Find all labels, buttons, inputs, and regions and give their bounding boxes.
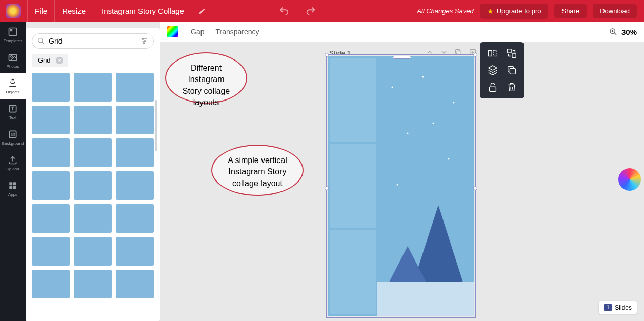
- gap-control[interactable]: Gap: [191, 28, 204, 36]
- copy-icon[interactable]: [502, 62, 521, 79]
- duplicate-slide-icon[interactable]: [454, 48, 462, 56]
- app-logo[interactable]: [6, 4, 21, 18]
- grid-layout-item[interactable]: [74, 270, 112, 298]
- rotate-handle[interactable]: [393, 56, 411, 59]
- zoom-icon[interactable]: [609, 28, 617, 36]
- svg-rect-1: [10, 29, 12, 31]
- svg-text:BG: BG: [11, 133, 16, 136]
- context-toolbar: [480, 42, 524, 98]
- move-down-icon[interactable]: [440, 48, 448, 56]
- star-icon: ★: [487, 7, 494, 15]
- svg-point-23: [422, 76, 424, 78]
- slide-canvas[interactable]: [328, 56, 474, 316]
- grid-layout-item[interactable]: [116, 270, 154, 298]
- rail-photos[interactable]: Photos: [0, 48, 26, 73]
- canvas-illustration: [377, 56, 474, 316]
- svg-point-13: [144, 41, 146, 42]
- svg-rect-16: [457, 51, 461, 55]
- svg-rect-8: [13, 182, 16, 185]
- layout-grid: [32, 73, 154, 298]
- rail-text[interactable]: Text: [0, 99, 26, 125]
- resize-menu[interactable]: Resize: [55, 0, 93, 22]
- rail-upload[interactable]: Upload: [0, 150, 26, 176]
- grid-layout-item[interactable]: [74, 138, 112, 167]
- collage-cell[interactable]: [330, 144, 376, 228]
- svg-rect-32: [512, 54, 515, 57]
- grid-layout-item[interactable]: [32, 204, 70, 233]
- grid-layout-item[interactable]: [32, 106, 70, 134]
- grid-layout-item[interactable]: [116, 106, 154, 134]
- rail-background[interactable]: BGBackground: [0, 125, 26, 150]
- panel-scrollbar[interactable]: [155, 100, 157, 151]
- grid-layout-item[interactable]: [116, 204, 154, 233]
- annotation-callout: Different Instagram Story collage layout…: [165, 52, 247, 104]
- svg-rect-0: [9, 28, 17, 36]
- file-menu[interactable]: File: [28, 0, 54, 22]
- svg-point-11: [38, 38, 43, 43]
- flip-h-icon[interactable]: [483, 45, 502, 62]
- fill-color-picker[interactable]: [167, 26, 178, 37]
- rail-objects[interactable]: Objects: [0, 73, 26, 99]
- search-icon: [37, 37, 45, 45]
- edit-title-icon[interactable]: [192, 0, 212, 22]
- grid-layout-item[interactable]: [74, 73, 112, 102]
- grid-layout-item[interactable]: [32, 237, 70, 266]
- zoom-level[interactable]: 30%: [621, 28, 637, 36]
- annotation-callout: A simple vertical Instagram Story collag…: [211, 145, 304, 196]
- svg-rect-9: [9, 186, 12, 189]
- filter-tag: Grid ✕: [32, 54, 68, 67]
- grid-layout-item[interactable]: [74, 237, 112, 266]
- svg-point-12: [142, 38, 144, 40]
- help-button[interactable]: [618, 168, 641, 191]
- grid-layout-item[interactable]: [116, 73, 154, 102]
- svg-rect-7: [9, 182, 12, 185]
- grid-layout-item[interactable]: [116, 237, 154, 266]
- svg-point-22: [392, 87, 393, 88]
- grid-layout-item[interactable]: [74, 106, 112, 134]
- save-status: All Changes Saved: [417, 7, 474, 15]
- grid-layout-item[interactable]: [74, 204, 112, 233]
- lock-icon[interactable]: [483, 78, 502, 95]
- transparency-control[interactable]: Transparency: [215, 28, 259, 36]
- add-slide-icon[interactable]: [469, 48, 477, 56]
- svg-rect-21: [377, 282, 474, 316]
- slide-label: Slide 1: [329, 49, 351, 57]
- share-button[interactable]: Share: [554, 4, 587, 18]
- collage-cell[interactable]: [330, 58, 376, 142]
- layers-icon[interactable]: [483, 62, 502, 79]
- download-button[interactable]: Download: [593, 4, 637, 18]
- svg-rect-29: [488, 51, 491, 56]
- undo-icon[interactable]: [278, 6, 290, 17]
- redo-icon[interactable]: [305, 6, 316, 17]
- svg-rect-34: [489, 87, 496, 91]
- grid-layout-item[interactable]: [32, 73, 70, 102]
- clear-tag-icon[interactable]: ✕: [56, 57, 63, 64]
- canvas[interactable]: Slide 1 Different Instagram Story collag…: [160, 42, 644, 321]
- grid-layout-item[interactable]: [32, 171, 70, 200]
- search-box[interactable]: [32, 33, 154, 49]
- slides-counter[interactable]: 1 Slides: [599, 301, 637, 314]
- replace-icon[interactable]: [502, 45, 521, 62]
- rail-templates[interactable]: Templates: [0, 22, 26, 48]
- grid-layout-item[interactable]: [116, 138, 154, 167]
- collage-cell[interactable]: [330, 230, 376, 314]
- filter-icon[interactable]: [140, 37, 148, 45]
- svg-rect-31: [507, 49, 511, 53]
- rail-apps[interactable]: Apps: [0, 176, 26, 202]
- grid-layout-item[interactable]: [74, 171, 112, 200]
- svg-point-26: [448, 158, 450, 160]
- svg-point-28: [433, 123, 434, 124]
- grid-layout-item[interactable]: [32, 138, 70, 167]
- svg-point-3: [11, 56, 12, 57]
- delete-icon[interactable]: [502, 78, 521, 95]
- svg-rect-30: [493, 51, 496, 56]
- grid-layout-item[interactable]: [116, 171, 154, 200]
- grid-layout-item[interactable]: [32, 270, 70, 298]
- svg-point-14: [143, 43, 145, 44]
- document-title[interactable]: Instagram Story Collage: [93, 7, 192, 15]
- upgrade-button[interactable]: ★Upgrade to pro: [480, 4, 549, 19]
- move-up-icon[interactable]: [426, 48, 434, 56]
- search-input[interactable]: [49, 37, 140, 45]
- svg-point-25: [407, 133, 409, 134]
- svg-rect-10: [13, 186, 16, 189]
